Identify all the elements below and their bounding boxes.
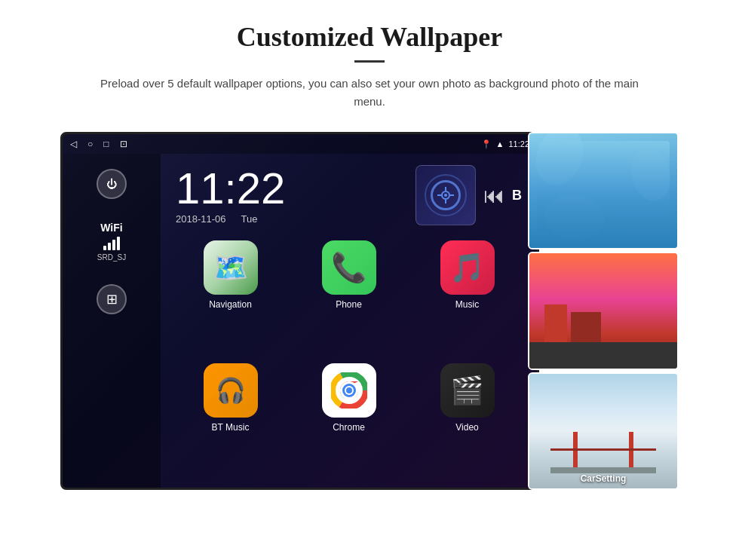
recent-icon[interactable]: □ [103,139,109,149]
top-widgets: ⏮ B [415,165,522,225]
status-time: 11:22 [508,139,529,148]
apps-button[interactable]: ⊞ [97,284,127,314]
sidebar: ⏻ WiFi SRD_SJ ⊞ [63,154,161,488]
clock-area: 11:22 2018-11-06 Tue [161,154,537,233]
device-wrapper: ◁ ○ □ ⊡ 📍 ▲ 11:22 ⏻ [60,132,679,501]
page-title: Customized Wallpaper [237,21,502,53]
wifi-info: WiFi SRD_SJ [97,222,126,262]
nav-icons: ◁ ○ □ ⊡ [70,139,127,149]
building-1 [544,304,567,342]
wallpaper-ice[interactable] [528,132,679,249]
music-icon [440,240,495,295]
app-label-navigation: Navigation [209,299,252,310]
main-area: ⏻ WiFi SRD_SJ ⊞ [63,154,537,488]
svg-point-0 [442,191,449,199]
app-label-video: Video [455,422,478,433]
chrome-svg [331,372,367,409]
app-label-chrome: Chrome [333,422,365,433]
music-title-widget: B [512,188,522,203]
app-grid: Navigation Phone Music [161,233,537,488]
video-icon [440,363,495,418]
app-label-btmusic: BT Music [212,422,250,433]
status-bar: ◁ ○ □ ⊡ 📍 ▲ 11:22 [63,134,537,154]
status-right: 📍 ▲ 11:22 [481,139,529,149]
wallpaper-city[interactable] [528,252,679,369]
location-icon: 📍 [481,139,492,149]
screenshot-icon[interactable]: ⊡ [120,139,127,149]
wifi-status-icon: ▲ [496,139,504,148]
svg-point-13 [346,387,352,393]
wifi-bar-3 [112,240,115,250]
page-subtitle: Preload over 5 default wallpaper options… [98,75,641,111]
carsetting-label: CarSetting [529,473,677,484]
apps-grid-icon: ⊞ [106,291,118,308]
wifi-bar-1 [103,246,106,250]
wallpaper-thumbnails: CarSetting [528,132,679,490]
page-container: Customized Wallpaper Preload over 5 defa… [0,0,739,560]
prev-track-button[interactable]: ⏮ [483,183,504,208]
bridge-structure [550,428,656,473]
city-building [529,342,677,369]
day-text: Tue [241,213,258,225]
chrome-icon [322,363,376,418]
power-button[interactable]: ⏻ [97,169,127,199]
app-item-music[interactable]: Music [412,240,522,354]
wifi-bars [97,237,126,250]
power-icon: ⏻ [106,178,117,190]
ice-decoration [529,133,677,248]
phone-icon [322,240,376,295]
app-label-music: Music [455,299,479,310]
app-item-video[interactable]: Video [412,363,522,477]
ice-overlay [529,133,677,248]
title-divider [354,60,385,63]
navigation-icon [204,240,258,295]
btmusic-icon [204,363,258,418]
bridge-road [550,467,656,473]
signal-icon [431,180,461,210]
home-icon[interactable]: ○ [87,139,93,149]
wifi-ssid: SRD_SJ [97,253,126,262]
bridge-cable-main [550,448,656,451]
clock-time: 11:22 [176,167,400,210]
wifi-bar-2 [108,243,111,250]
back-icon[interactable]: ◁ [70,139,77,149]
clock-display: 11:22 2018-11-06 Tue [176,167,400,225]
center-content: 11:22 2018-11-06 Tue [161,154,537,488]
app-item-chrome[interactable]: Chrome [294,363,403,477]
signal-widget[interactable] [415,165,476,225]
app-item-btmusic[interactable]: BT Music [176,363,285,477]
wifi-label: WiFi [97,222,126,234]
clock-date: 2018-11-06 Tue [176,213,400,225]
wifi-bar-4 [117,237,120,250]
building-2 [571,312,601,342]
app-item-phone[interactable]: Phone [294,240,403,354]
app-item-navigation[interactable]: Navigation [176,240,285,354]
date-text: 2018-11-06 [176,213,226,225]
android-screen: ◁ ○ □ ⊡ 📍 ▲ 11:22 ⏻ [60,132,539,490]
app-label-phone: Phone [336,299,362,310]
signal-svg [437,187,454,203]
svg-point-1 [444,194,447,197]
wallpaper-bridge[interactable]: CarSetting [528,372,679,490]
